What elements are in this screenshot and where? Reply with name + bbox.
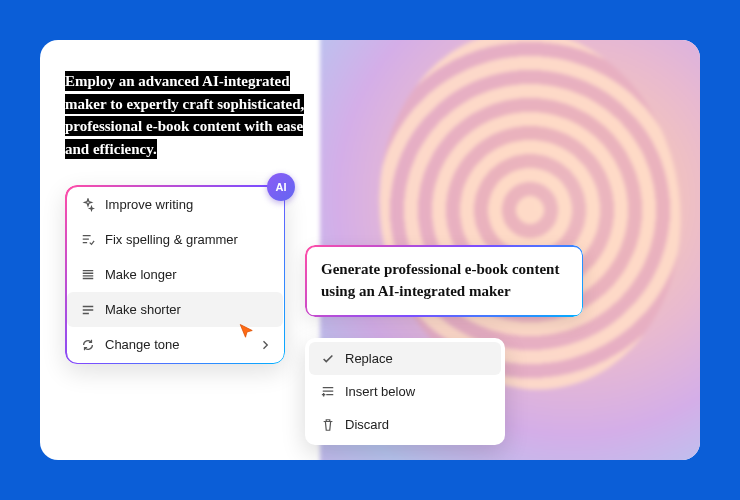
action-label: Discard xyxy=(345,417,389,432)
action-insert-below[interactable]: Insert below xyxy=(309,375,501,408)
menu-item-label: Make shorter xyxy=(105,302,181,317)
result-actions-menu: Replace Insert below Discard xyxy=(305,338,505,445)
trash-icon xyxy=(321,418,335,432)
check-text-icon xyxy=(81,233,95,247)
menu-item-make-longer[interactable]: Make longer xyxy=(67,257,283,292)
action-label: Insert below xyxy=(345,384,415,399)
content-area: Employ an advanced AI-integrated maker t… xyxy=(40,40,700,460)
insert-below-icon xyxy=(321,385,335,399)
selected-text[interactable]: Employ an advanced AI-integrated maker t… xyxy=(65,70,315,160)
chevron-right-icon xyxy=(259,339,271,351)
action-discard[interactable]: Discard xyxy=(309,408,501,441)
menu-item-fix-spelling[interactable]: Fix spelling & grammer xyxy=(67,222,283,257)
menu-item-make-shorter[interactable]: Make shorter xyxy=(67,292,283,327)
sparkle-icon xyxy=(81,198,95,212)
menu-item-label: Fix spelling & grammer xyxy=(105,232,238,247)
menu-item-label: Change tone xyxy=(105,337,179,352)
menu-item-improve-writing[interactable]: Improve writing xyxy=(67,187,283,222)
menu-item-label: Make longer xyxy=(105,267,177,282)
ai-result-text: Generate professional e-book content usi… xyxy=(321,261,559,299)
action-replace[interactable]: Replace xyxy=(309,342,501,375)
check-icon xyxy=(321,352,335,366)
lines-short-icon xyxy=(81,303,95,317)
cursor-icon xyxy=(238,323,256,341)
lines-long-icon xyxy=(81,268,95,282)
action-label: Replace xyxy=(345,351,393,366)
menu-item-label: Improve writing xyxy=(105,197,193,212)
selected-text-content: Employ an advanced AI-integrated maker t… xyxy=(65,71,304,159)
refresh-icon xyxy=(81,338,95,352)
app-frame: Employ an advanced AI-integrated maker t… xyxy=(40,40,700,460)
ai-result-box: Generate professional e-book content usi… xyxy=(305,245,583,317)
